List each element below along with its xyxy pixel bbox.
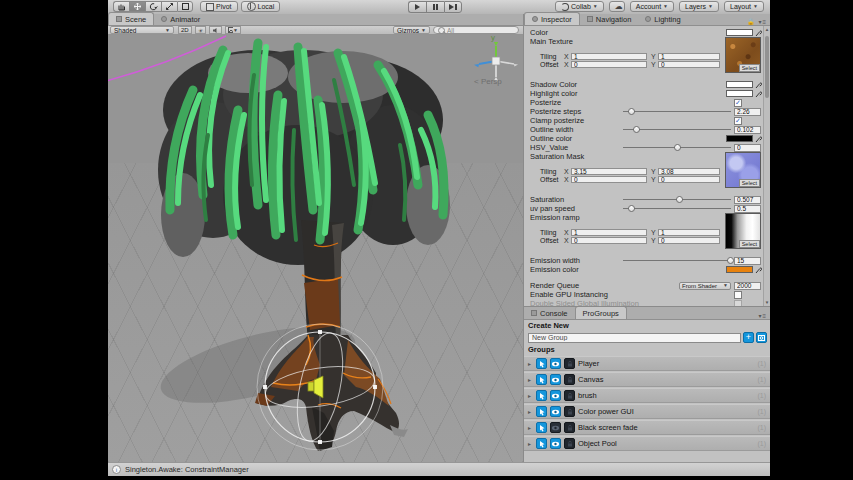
select-icon[interactable]	[536, 374, 547, 385]
collab-dropdown[interactable]: Collab ▼	[555, 1, 604, 12]
rotate-tool-button[interactable]	[145, 1, 161, 12]
saturation-mask-thumbnail[interactable]: Select	[725, 152, 761, 188]
scene-viewport[interactable]: y < Persp	[108, 35, 523, 462]
rect-tool-button[interactable]	[177, 1, 193, 12]
select-icon[interactable]	[536, 390, 547, 401]
step-button[interactable]	[444, 1, 462, 13]
add-group-button[interactable]: +	[743, 332, 754, 343]
emission-color-swatch[interactable]	[726, 266, 753, 273]
ramp-tiling-y-input[interactable]	[658, 229, 720, 236]
orientation-gizmo[interactable]	[474, 42, 518, 81]
expand-arrow-icon[interactable]: ►	[527, 441, 533, 447]
layout-dropdown[interactable]: Layout ▼	[724, 1, 764, 12]
ramp-tiling-x-input[interactable]	[571, 229, 647, 236]
highlight-color-swatch[interactable]	[726, 90, 753, 97]
hsv-value-slider[interactable]	[623, 143, 731, 152]
main-tiling-x-input[interactable]	[571, 53, 647, 60]
shading-mode-dropdown[interactable]: Shaded ▼	[110, 26, 174, 34]
lock-freeze-icon[interactable]	[564, 358, 575, 369]
layers-dropdown[interactable]: Layers ▼	[679, 1, 719, 12]
posterize-steps-slider[interactable]	[623, 107, 731, 116]
scroll-up-icon[interactable]: ▲	[764, 26, 770, 33]
main-texture-thumbnail[interactable]: Select	[725, 37, 761, 73]
group-capture-button[interactable]	[756, 332, 767, 343]
eyedropper-icon[interactable]	[754, 29, 763, 37]
scroll-down-icon[interactable]: ▼	[764, 299, 770, 306]
posterize-steps-value[interactable]	[734, 108, 761, 116]
emission-ramp-select-button[interactable]: Select	[739, 240, 760, 248]
tab-animator[interactable]: Animator	[154, 13, 207, 25]
mask-tiling-x-input[interactable]	[571, 168, 647, 175]
lock-freeze-icon[interactable]	[564, 374, 575, 385]
inspector-scrollbar[interactable]: ▲ ▼	[763, 26, 770, 306]
outline-color-swatch[interactable]	[726, 135, 753, 142]
account-dropdown[interactable]: Account ▼	[630, 1, 674, 12]
main-offset-y-input[interactable]	[658, 61, 720, 68]
perspective-toggle[interactable]: < Persp	[474, 77, 502, 86]
outline-width-value[interactable]	[734, 126, 761, 134]
emission-width-slider[interactable]	[623, 256, 731, 265]
expand-arrow-icon[interactable]: ►	[527, 393, 533, 399]
expand-arrow-icon[interactable]: ►	[527, 361, 533, 367]
tab-scene[interactable]: Scene	[108, 12, 154, 25]
tab-lighting[interactable]: Lighting	[638, 13, 687, 25]
expand-arrow-icon[interactable]: ►	[527, 377, 533, 383]
status-bar[interactable]: i Singleton.Awake: ConstraintManager	[108, 462, 770, 476]
eyedropper-icon[interactable]	[754, 81, 763, 89]
posterize-checkbox[interactable]: ✓	[734, 99, 742, 107]
lock-freeze-icon[interactable]	[564, 438, 575, 449]
scene-audio-toggle[interactable]	[209, 26, 222, 34]
local-toggle-button[interactable]: Local	[241, 1, 281, 12]
eyedropper-icon[interactable]	[754, 135, 763, 143]
eyedropper-icon[interactable]	[754, 90, 763, 98]
play-button[interactable]	[408, 1, 426, 13]
scene-lighting-toggle[interactable]: ☀	[195, 26, 206, 34]
lock-icon[interactable]: 🔒	[747, 18, 756, 25]
mask-offset-y-input[interactable]	[658, 176, 720, 183]
main-offset-x-input[interactable]	[571, 61, 647, 68]
visibility-icon[interactable]	[550, 390, 561, 401]
tab-navigation[interactable]: Navigation	[580, 13, 638, 25]
uv-pan-speed-slider[interactable]	[623, 204, 731, 213]
cloud-services-button[interactable]: ☁	[609, 1, 625, 12]
mask-offset-x-input[interactable]	[571, 176, 647, 183]
hand-tool-button[interactable]	[113, 1, 129, 12]
select-icon[interactable]	[536, 438, 547, 449]
lock-freeze-icon[interactable]	[564, 406, 575, 417]
lock-freeze-icon[interactable]	[564, 390, 575, 401]
select-icon[interactable]	[536, 422, 547, 433]
group-row[interactable]: ► Player (1)	[524, 356, 770, 371]
group-row[interactable]: ► Object Pool (1)	[524, 436, 770, 451]
move-tool-button[interactable]	[129, 1, 145, 12]
main-texture-select-button[interactable]: Select	[739, 64, 760, 72]
scale-tool-button[interactable]	[161, 1, 177, 12]
pause-button[interactable]	[426, 1, 444, 13]
panel-menu-icon[interactable]: ▾≡	[758, 18, 767, 25]
clamp-posterize-checkbox[interactable]: ✓	[734, 117, 742, 125]
group-row[interactable]: ► Canvas (1)	[524, 372, 770, 387]
render-queue-dropdown[interactable]: From Shader ▼	[679, 282, 731, 290]
scene-effects-dropdown[interactable]: ▼	[225, 26, 241, 34]
group-row[interactable]: ► brush (1)	[524, 388, 770, 403]
group-row[interactable]: ► Color power GUI (1)	[524, 404, 770, 419]
uv-pan-speed-value[interactable]	[734, 205, 761, 213]
saturation-mask-select-button[interactable]: Select	[739, 179, 760, 187]
visibility-icon[interactable]	[550, 374, 561, 385]
lock-freeze-icon[interactable]	[564, 422, 575, 433]
shadow-color-swatch[interactable]	[726, 81, 753, 88]
scene-search-input[interactable]: All	[433, 26, 519, 34]
gizmos-dropdown[interactable]: Gizmos ▼	[393, 26, 430, 34]
visibility-icon[interactable]	[550, 406, 561, 417]
ramp-offset-y-input[interactable]	[658, 237, 720, 244]
scrollbar-thumb[interactable]	[765, 36, 769, 98]
visibility-icon[interactable]	[550, 422, 561, 433]
visibility-icon[interactable]	[550, 358, 561, 369]
mask-tiling-y-input[interactable]	[658, 168, 720, 175]
outline-width-slider[interactable]	[623, 125, 731, 134]
panel-menu-icon[interactable]: ▾≡	[758, 312, 767, 319]
group-row[interactable]: ► Black screen fade (1)	[524, 420, 770, 435]
emission-width-value[interactable]	[734, 257, 761, 265]
hsv-value-value[interactable]	[734, 144, 761, 152]
render-queue-value[interactable]	[734, 282, 761, 290]
select-icon[interactable]	[536, 358, 547, 369]
